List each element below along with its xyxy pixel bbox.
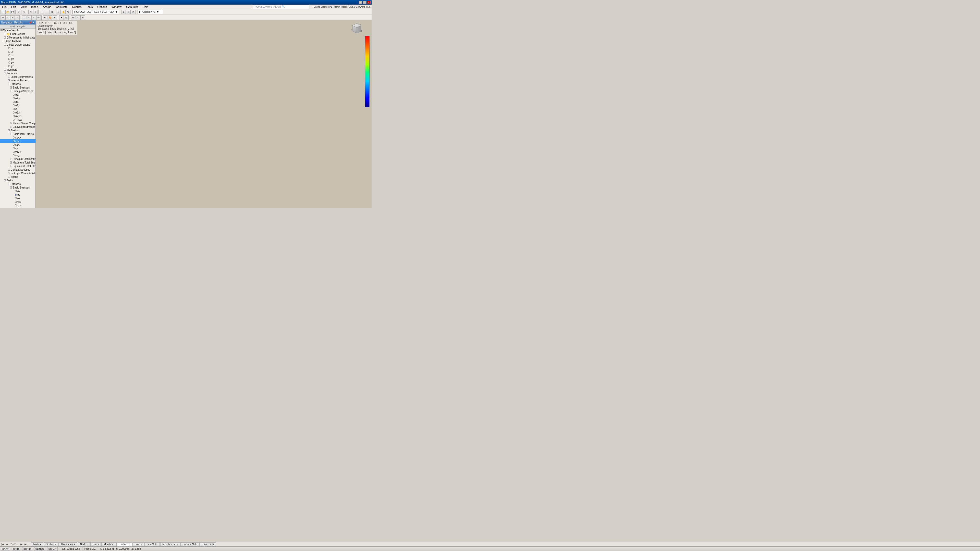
tb-results-on-off[interactable]: R (52, 15, 57, 20)
expand-icon[interactable]: − (10, 90, 12, 92)
menu-assign[interactable]: Assign (42, 5, 52, 8)
tb-lines[interactable]: L (5, 15, 10, 20)
nav-item-type-results[interactable]: − Type of results (0, 29, 35, 32)
expand-icon[interactable]: − (10, 186, 12, 189)
nav-item-sigma-x[interactable]: σx (0, 189, 35, 193)
nav-item-sigma1-plus[interactable]: σ1,+ (0, 93, 35, 97)
tb-snap[interactable]: • (59, 15, 64, 20)
radio-icon[interactable] (8, 51, 10, 53)
expand-icon[interactable]: + (4, 68, 6, 71)
tb-rotate[interactable]: ↻ (66, 10, 70, 14)
expand-icon[interactable]: − (4, 72, 6, 74)
tb-show-cs[interactable]: ⊕ (80, 15, 85, 20)
radio-icon[interactable] (13, 101, 15, 103)
nav-item-sigma1-minus[interactable]: σ1,- (0, 100, 35, 103)
nav-item-shape[interactable]: + Shape (0, 175, 35, 179)
tb-yview[interactable]: Y (27, 15, 31, 20)
tb-show-nodes[interactable]: • (76, 15, 80, 20)
nav-item-uy[interactable]: uy (0, 50, 35, 54)
nav-item-gxy-minus[interactable]: γxy,- (0, 154, 35, 157)
nav-item-sigma2-plus[interactable]: σ2,+ (0, 97, 35, 100)
radio-icon[interactable] (13, 115, 15, 117)
expand-icon[interactable]: + (8, 176, 10, 178)
radio-icon[interactable] (13, 147, 15, 149)
expand-icon[interactable]: − (8, 129, 10, 131)
nav-item-max-total[interactable]: + Maximum Total Strains (0, 161, 35, 164)
nav-item-surfaces[interactable]: − Surfaces (0, 71, 35, 75)
nav-item-phi[interactable]: φ (0, 107, 35, 111)
expand-icon[interactable]: + (4, 33, 6, 35)
expand-icon[interactable]: + (10, 162, 12, 164)
radio-icon[interactable] (13, 154, 15, 156)
nav-tab-static-analysis[interactable]: Static Analysis (0, 24, 35, 28)
minimize-button[interactable]: ─ (359, 1, 363, 4)
nav-item-tau-xy[interactable]: τxy (0, 200, 35, 203)
nav-item-solids[interactable]: − Solids (0, 179, 35, 182)
tb-save[interactable]: 💾 (10, 10, 15, 14)
menu-view[interactable]: View (20, 5, 28, 8)
tb-3dview[interactable]: 3D (36, 15, 41, 20)
radio-icon[interactable] (13, 140, 15, 142)
menu-tools[interactable]: Tools (85, 5, 94, 8)
tb-select[interactable]: ↖ (56, 10, 61, 14)
expand-icon[interactable]: + (4, 37, 6, 38)
nav-item-solids-stresses[interactable]: − Stresses (0, 182, 35, 186)
nav-item-sigma-y[interactable]: σy (0, 193, 35, 197)
menu-results[interactable]: Results (71, 5, 83, 8)
nav-item-isotropic[interactable]: + Isotropic Characteristics (0, 171, 35, 175)
nav-item-principal-stresses[interactable]: − Principal Stresses (0, 89, 35, 93)
tb-redo[interactable]: ↪ (22, 10, 26, 14)
expand-icon[interactable]: − (8, 183, 10, 185)
nav-item-phiz[interactable]: φz (0, 64, 35, 68)
expand-icon[interactable]: − (2, 40, 4, 42)
radio-icon[interactable] (15, 201, 17, 203)
nav-item-tmax[interactable]: Tmax (0, 118, 35, 121)
nav-item-elastic-stress[interactable]: + Elastic Stress Components (0, 121, 35, 125)
menu-window[interactable]: Window (110, 5, 123, 8)
expand-icon[interactable]: + (10, 158, 12, 160)
nav-item-equiv-total[interactable]: + Equivalent Total Strains (0, 164, 35, 168)
nav-item-tau-xz[interactable]: τxz (0, 203, 35, 207)
nav-item-static-analysis[interactable]: − Static Analysis (0, 39, 35, 43)
menu-help[interactable]: Help (142, 5, 150, 8)
nav-item-strains[interactable]: − Strains (0, 129, 35, 132)
expand-icon[interactable]: − (10, 133, 12, 135)
nav-item-basic-stresses[interactable]: + Basic Stresses (0, 86, 35, 89)
nav-item-sigma2m[interactable]: σ2,m (0, 114, 35, 118)
tb-wire[interactable]: □ (126, 10, 130, 14)
nav-item-exx-plus[interactable]: εxx,+ (0, 136, 35, 139)
nav-item-stresses[interactable]: − Stresses (0, 82, 35, 86)
radio-icon[interactable] (13, 94, 15, 96)
tb-nodes[interactable]: N (0, 15, 5, 20)
nav-item-members[interactable]: + Members (0, 68, 35, 71)
nav-item-ey[interactable]: εy (0, 146, 35, 150)
radio-icon[interactable] (13, 97, 15, 99)
expand-icon[interactable]: − (4, 179, 6, 181)
radio-icon[interactable] (15, 204, 17, 206)
search-bar[interactable]: Type a keyword (Alt+Q) 🔍 (253, 5, 309, 9)
radio-icon[interactable] (13, 108, 15, 110)
nav-item-sigma2-minus[interactable]: σ2,- (0, 103, 35, 107)
tb-open[interactable]: 📂 (5, 10, 10, 14)
nav-item-global-def[interactable]: − Global Deformations (0, 43, 35, 46)
tb-solids[interactable]: V (15, 15, 20, 20)
viewport[interactable]: CO2 - LC1 + LC2 + LC3 + LC4 Loads [kN/m²… (36, 21, 372, 208)
load-case-dropdown[interactable]: S:C: CO2 · LC1 + LC2 + LC3 + LC4 ▼ (73, 10, 119, 14)
radio-icon[interactable] (13, 151, 15, 153)
expand-icon[interactable]: − (8, 83, 10, 85)
radio-icon[interactable] (15, 197, 17, 199)
menu-edit[interactable]: Edit (10, 5, 17, 8)
expand-icon[interactable]: + (8, 168, 10, 171)
radio-icon[interactable] (8, 65, 10, 67)
radio-icon[interactable] (8, 58, 10, 60)
nav-pin-icon[interactable]: 📌 (29, 21, 32, 24)
radio-icon[interactable] (13, 104, 15, 106)
tb-color-scale[interactable]: 🎨 (48, 15, 52, 20)
tb-surfaces[interactable]: S (10, 15, 15, 20)
tb-zoom-out[interactable]: − (45, 10, 49, 14)
nav-item-eyy-plus[interactable]: εyy,+ (0, 139, 35, 143)
menu-insert[interactable]: Insert (30, 5, 39, 8)
nav-item-contact-stresses[interactable]: + Contact Stresses (0, 168, 35, 171)
tb-grid[interactable]: ⊞ (64, 15, 68, 20)
menu-cad-bim[interactable]: CAD-BIM (125, 5, 139, 8)
